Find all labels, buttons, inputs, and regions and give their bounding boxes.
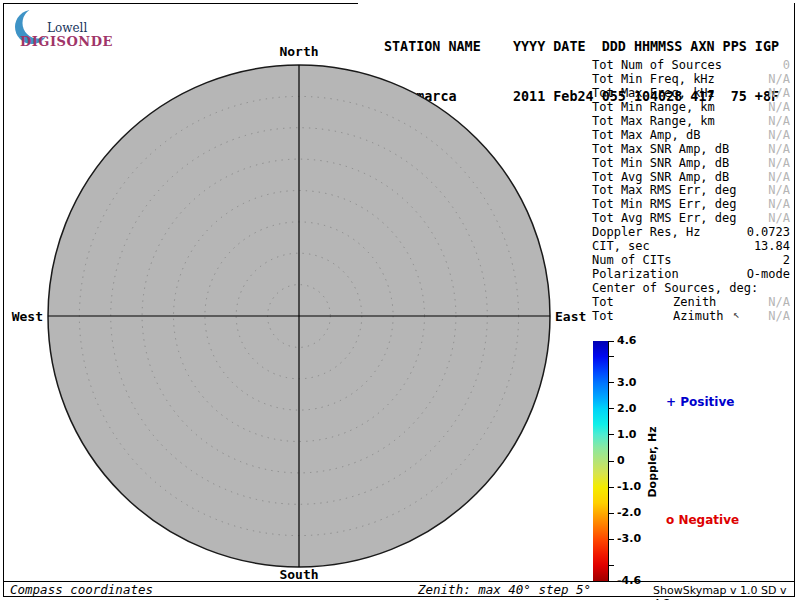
showskymap-window: Lowell DIGISONDE STATION NAME YYYY DATE … [0,0,800,600]
stats-row-label: Polarization [592,268,679,282]
stats-row-value: N/A [768,212,790,226]
stats-row: Tot Min SNR Amp, dBN/A [592,157,790,171]
footer-version-caption: ShowSkymap v 1.0 SD v 4.2 [653,584,800,600]
stats-row: TotAzimuthN/A [592,310,790,324]
stats-row: Tot Min Range, kmN/A [592,101,790,115]
compass-label-north: North [279,44,318,59]
stats-row: Tot Avg RMS Err, degN/A [592,212,790,226]
colorbar-gradient [593,341,608,581]
stats-row-label: Tot Min SNR Amp, dB [592,157,729,171]
colorbar-tick [608,565,614,566]
stats-row-value: N/A [768,87,790,101]
stats-row-label: Tot Num of Sources [592,59,722,73]
stats-row-label: Center of Sources, deg: [592,282,758,296]
stats-row-label: Tot Max RMS Err, deg [592,184,737,198]
colorbar-tick-label: 4.6 [617,334,637,347]
compass-label-west: West [2,309,43,324]
colorbar-tick [608,434,614,435]
legend-positive: + Positive [666,395,734,409]
colorbar-tick [608,581,614,582]
colorbar-tick-label: -3.0 [617,532,641,545]
colorbar-tick [608,382,614,383]
stats-row: Tot Avg SNR Amp, dBN/A [592,171,790,185]
stats-row-label: Doppler Res, Hz [592,226,700,240]
stats-row-value: N/A [768,157,790,171]
stats-row-label: Tot Avg SNR Amp, dB [592,171,729,185]
stats-row: Tot Max Amp, dBN/A [592,129,790,143]
stats-row-value: N/A [768,171,790,185]
compass-label-east: East [555,309,586,324]
stats-row: Tot Max Range, kmN/A [592,115,790,129]
stats-row-value: N/A [768,73,790,87]
stats-row: Tot Max RMS Err, degN/A [592,184,790,198]
colorbar-tick [608,539,614,540]
stats-row: TotZenithN/A [592,296,790,310]
stats-row-value: 2 [783,254,790,268]
stats-row-value: N/A [768,115,790,129]
stats-row-value: N/A [768,296,790,310]
stats-row: Tot Min RMS Err, degN/A [592,198,790,212]
stats-row: CIT, sec13.84 [592,240,790,254]
stats-row-label: Tot Max SNR Amp, dB [592,143,729,157]
stats-row: Tot Num of Sources0 [592,59,790,73]
colorbar-title: Doppler, Hz [646,426,659,497]
stats-row-label: Tot Avg RMS Err, deg [592,212,737,226]
stats-row-label: Num of CITs [592,254,671,268]
colorbar-tick-label: -1.0 [617,480,641,493]
colorbar-tick-label: 3.0 [617,376,637,389]
stats-row: Tot Max SNR Amp, dBN/A [592,143,790,157]
colorbar-tick [608,461,614,462]
colorbar-tick [608,487,614,488]
colorbar-tick-label: 0 [617,454,625,467]
stats-table: Tot Num of Sources0Tot Min Freq, kHzN/AT… [592,59,790,324]
stats-row-value: 0.0723 [747,226,790,240]
stats-row-label: Tot Min Freq, kHz [592,73,715,87]
stats-row-label: Tot Max Freq, kHz [592,87,715,101]
stats-row: PolarizationO-mode [592,268,790,282]
stats-row-value: 13.84 [754,240,790,254]
stats-row-value: N/A [768,184,790,198]
stats-row-label: Tot Min Range, km [592,101,715,115]
stats-row-label: Tot [592,296,614,310]
colorbar-tick-label: 1.0 [617,428,637,441]
stats-row-label: CIT, sec [592,240,650,254]
legend-negative: o Negative [666,513,739,527]
colorbar-tick [608,341,614,342]
stats-row-label: Tot Max Range, km [592,115,715,129]
colorbar-tick [608,408,614,409]
colorbar-axis [608,341,609,582]
stats-row: Tot Max Freq, kHzN/A [592,87,790,101]
colorbar-tick [608,513,614,514]
stats-row: Num of CITs2 [592,254,790,268]
stats-row-value: N/A [768,198,790,212]
colorbar-tick-label: -4.6 [617,574,641,587]
stats-row-sublabel: Zenith [673,296,716,310]
stats-row-sublabel: Azimuth [673,310,724,324]
stats-row-label: Tot Max Amp, dB [592,129,700,143]
stats-row-label: Tot Min RMS Err, deg [592,198,737,212]
stats-row-value: N/A [768,129,790,143]
footer-zenith-caption: Zenith: max 40° step 5° [418,582,591,597]
colorbar-tick [608,356,614,357]
stats-row-value: N/A [768,310,790,324]
compass-label-south: South [279,567,318,582]
stats-row-value: O-mode [747,268,790,282]
stats-row: Center of Sources, deg: [592,282,790,296]
stats-row: Tot Min Freq, kHzN/A [592,73,790,87]
mouse-cursor-icon: ↖ [733,308,740,321]
footer-coordinates-caption: Compass coordinates [10,582,153,597]
stats-row: Doppler Res, Hz0.0723 [592,226,790,240]
stats-row-value: N/A [768,143,790,157]
colorbar-tick-label: -2.0 [617,506,641,519]
stats-row-value: 0 [783,59,790,73]
stats-row-label: Tot [592,310,614,324]
colorbar-tick-label: 2.0 [617,402,637,415]
stats-row-value: N/A [768,101,790,115]
